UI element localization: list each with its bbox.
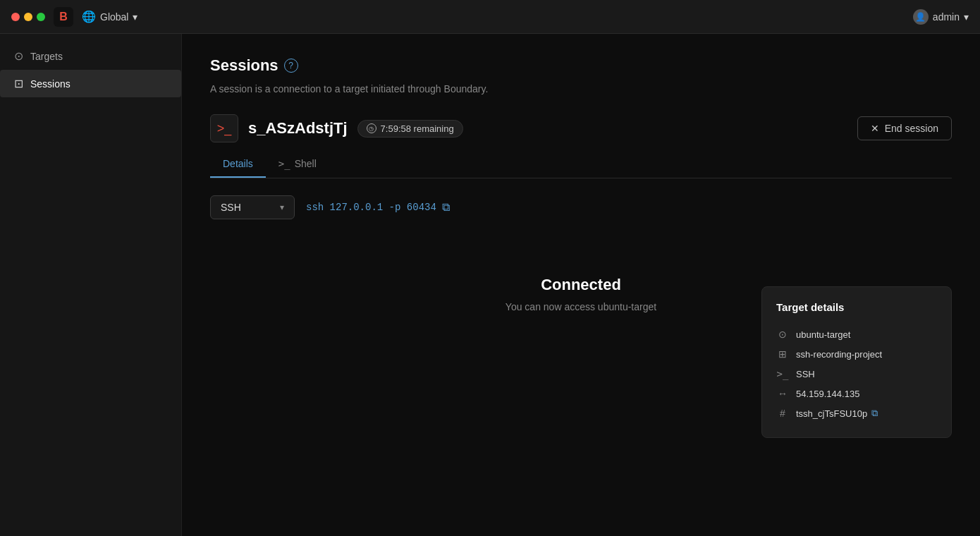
titlebar-left: B 🌐 Global ▾ bbox=[11, 7, 137, 27]
main-layout: ⊙ Targets ⊡ Sessions Sessions ? A sessio… bbox=[0, 34, 980, 536]
x-icon: ✕ bbox=[871, 123, 879, 134]
content-area: Sessions ? A session is a connection to … bbox=[182, 34, 980, 536]
timer-text: 7:59:58 remaining bbox=[381, 123, 454, 134]
global-label: Global bbox=[100, 11, 128, 23]
timer-icon: ◷ bbox=[367, 123, 376, 133]
user-avatar: 👤 bbox=[913, 9, 929, 25]
targets-icon: ⊙ bbox=[14, 49, 23, 63]
ip-icon: ↔ bbox=[776, 388, 789, 399]
project-icon: ⊞ bbox=[776, 348, 789, 360]
target-details-title: Target details bbox=[776, 301, 937, 313]
global-selector[interactable]: 🌐 Global ▾ bbox=[82, 10, 137, 23]
session-header: >_ s_ASzAdstjTj ◷ 7:59:58 remaining ✕ En… bbox=[210, 114, 952, 142]
end-session-label: End session bbox=[885, 123, 938, 134]
session-id: s_ASzAdstjTj bbox=[248, 119, 348, 138]
tab-shell-label: Shell bbox=[295, 158, 317, 169]
connection-type-dropdown[interactable]: SSH ▾ bbox=[210, 195, 295, 219]
sidebar: ⊙ Targets ⊡ Sessions bbox=[0, 34, 182, 536]
minimize-button[interactable] bbox=[24, 13, 32, 21]
tab-details[interactable]: Details bbox=[210, 151, 266, 178]
titlebar: B 🌐 Global ▾ 👤 admin ▾ bbox=[0, 0, 980, 34]
type-value: SSH bbox=[796, 369, 815, 379]
user-label: admin bbox=[933, 11, 960, 23]
sidebar-label-sessions: Sessions bbox=[30, 78, 71, 90]
app-logo: B bbox=[54, 7, 73, 27]
detail-row-project: ⊞ ssh-recording-project bbox=[776, 344, 937, 364]
end-session-button[interactable]: ✕ End session bbox=[857, 116, 952, 140]
target-name-icon: ⊙ bbox=[776, 329, 789, 340]
page-description: A session is a connection to a target in… bbox=[210, 83, 952, 95]
sidebar-item-sessions[interactable]: ⊡ Sessions bbox=[0, 70, 181, 97]
session-timer: ◷ 7:59:58 remaining bbox=[357, 120, 463, 138]
maximize-button[interactable] bbox=[37, 13, 45, 21]
copy-ssh-command-icon[interactable]: ⧉ bbox=[442, 201, 450, 214]
page-header: Sessions ? bbox=[210, 56, 952, 75]
session-tabs: Details >_ Shell bbox=[210, 151, 952, 178]
ip-value: 54.159.144.135 bbox=[796, 389, 859, 399]
target-name-value: ubuntu-target bbox=[796, 329, 850, 340]
session-type-icon: >_ bbox=[210, 114, 238, 142]
project-value: ssh-recording-project bbox=[796, 349, 882, 360]
traffic-lights bbox=[11, 13, 45, 21]
copy-token-icon[interactable]: ⧉ bbox=[871, 408, 878, 419]
sessions-icon: ⊡ bbox=[14, 77, 23, 90]
ssh-command-display: ssh 127.0.0.1 -p 60434 ⧉ bbox=[306, 201, 450, 214]
user-menu[interactable]: 👤 admin ▾ bbox=[913, 9, 969, 25]
globe-icon: 🌐 bbox=[82, 10, 96, 23]
token-hash-icon: # bbox=[776, 408, 789, 419]
help-icon[interactable]: ? bbox=[284, 59, 298, 73]
detail-row-type: >_ SSH bbox=[776, 364, 937, 384]
tab-shell[interactable]: >_ Shell bbox=[266, 151, 329, 178]
detail-row-ip: ↔ 54.159.144.135 bbox=[776, 384, 937, 403]
close-button[interactable] bbox=[11, 13, 20, 21]
connection-type-value: SSH bbox=[221, 202, 241, 213]
page-title: Sessions bbox=[210, 56, 278, 75]
global-chevron: ▾ bbox=[133, 11, 137, 23]
token-value: tssh_cjTsFSU10p ⧉ bbox=[796, 408, 878, 419]
type-icon: >_ bbox=[776, 368, 789, 379]
user-chevron: ▾ bbox=[964, 11, 969, 23]
session-info: >_ s_ASzAdstjTj ◷ 7:59:58 remaining bbox=[210, 114, 463, 142]
tab-details-label: Details bbox=[223, 158, 253, 169]
detail-row-target-name: ⊙ ubuntu-target bbox=[776, 324, 937, 344]
sidebar-label-targets: Targets bbox=[30, 51, 63, 62]
ssh-command-text: ssh 127.0.0.1 -p 60434 bbox=[306, 202, 436, 213]
dropdown-arrow-icon: ▾ bbox=[280, 202, 284, 212]
sidebar-item-targets[interactable]: ⊙ Targets bbox=[0, 42, 181, 70]
detail-row-session-token: # tssh_cjTsFSU10p ⧉ bbox=[776, 403, 937, 423]
shell-prefix-icon: >_ bbox=[278, 158, 290, 169]
target-details-panel: Target details ⊙ ubuntu-target ⊞ ssh-rec… bbox=[761, 286, 952, 438]
ssh-row: SSH ▾ ssh 127.0.0.1 -p 60434 ⧉ bbox=[210, 195, 952, 219]
